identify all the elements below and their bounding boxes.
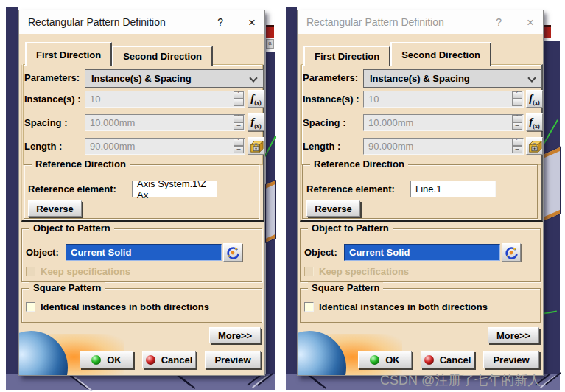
object-label: Object:: [304, 247, 337, 258]
more-button[interactable]: More>>: [209, 327, 261, 343]
cancel-button[interactable]: Cancel: [421, 351, 474, 368]
rectangular-pattern-dialog-second-direction: Rectangular Pattern Definition ? × First…: [297, 10, 544, 376]
parameters-label: Parameters:: [24, 72, 80, 83]
reverse-button[interactable]: Reverse: [306, 200, 360, 217]
screenshot-right: Rectangular Pattern Definition ? × First…: [283, 0, 565, 392]
parameters-dropdown-value: Instance(s) & Spacing: [91, 73, 192, 84]
parameters-dropdown-value: Instance(s) & Spacing: [370, 73, 470, 84]
reference-element-value: Axis System.1\Z Ax: [137, 178, 212, 200]
fx-icon: f(x): [250, 92, 261, 106]
length-spinner[interactable]: ´–: [234, 139, 244, 153]
length-value: 90.000mm: [368, 141, 413, 152]
reverse-label: Reverse: [315, 203, 352, 214]
tab-first-direction[interactable]: First Direction: [303, 46, 390, 66]
object-value: Current Solid: [71, 247, 131, 258]
cancel-label: Cancel: [440, 354, 471, 365]
identical-instances-checkbox[interactable]: [26, 302, 35, 312]
length-input[interactable]: 90.000mm ´–: [363, 138, 524, 155]
viewport-3d-part: [543, 147, 560, 221]
object-input[interactable]: Current Solid: [344, 244, 500, 261]
spacing-formula-button[interactable]: f(x): [248, 113, 264, 131]
spacing-label: Spacing :: [24, 117, 68, 128]
spacing-label: Spacing :: [303, 117, 346, 128]
length-input[interactable]: 90.000mm ´–: [85, 138, 245, 155]
tab-first-direction[interactable]: First Direction: [25, 42, 112, 66]
length-spinner[interactable]: ´–: [512, 139, 522, 153]
dialog-titlebar[interactable]: Rectangular Pattern Definition ? ×: [19, 10, 264, 34]
ok-label: OK: [107, 354, 122, 365]
preview-label: Preview: [214, 354, 250, 365]
identical-instances-label: Identical instances in both directions: [319, 301, 488, 312]
spinner-down-icon: –: [234, 122, 244, 130]
toolbar-icon-sliver: [544, 25, 551, 38]
object-label: Object:: [26, 247, 59, 258]
identical-instances-checkbox[interactable]: [304, 302, 314, 312]
help-button[interactable]: ?: [496, 16, 502, 28]
close-icon[interactable]: ×: [527, 16, 534, 29]
square-pattern-legend: Square Pattern: [29, 282, 105, 293]
spinner-down-icon: –: [512, 122, 522, 130]
dialog-titlebar[interactable]: Rectangular Pattern Definition ? ×: [298, 10, 543, 34]
spacing-spinner[interactable]: ´–: [234, 115, 244, 130]
reference-element-label: Reference element:: [28, 183, 116, 195]
instances-value: 10: [90, 94, 100, 105]
keep-specifications-label: Keep specifications: [319, 266, 409, 277]
instances-spinner[interactable]: ´–: [512, 91, 522, 106]
instances-input[interactable]: 10 ´–: [85, 91, 245, 108]
fx-icon: f(x): [529, 92, 539, 106]
object-selector-button[interactable]: [502, 243, 521, 262]
close-icon[interactable]: ×: [248, 16, 256, 29]
reference-element-input[interactable]: Line.1: [410, 181, 496, 197]
length-lock-button[interactable]: [526, 137, 543, 155]
spacing-formula-button[interactable]: f(x): [526, 113, 543, 131]
chevron-down-icon: [527, 74, 536, 82]
parameters-dropdown[interactable]: Instance(s) & Spacing: [363, 69, 542, 88]
reference-element-input[interactable]: Axis System.1\Z Ax: [132, 181, 217, 197]
instances-label: Instance(s) :: [24, 94, 81, 105]
cancel-button[interactable]: Cancel: [142, 351, 196, 368]
length-lock-button[interactable]: [248, 137, 264, 155]
instances-formula-button[interactable]: f(x): [526, 90, 543, 108]
parameters-dropdown[interactable]: Instance(s) & Spacing: [85, 69, 264, 88]
instances-value: 10: [368, 94, 379, 105]
reverse-button[interactable]: Reverse: [28, 200, 82, 217]
help-button[interactable]: ?: [217, 16, 223, 28]
viewport-ground: [6, 374, 275, 390]
spacing-input[interactable]: 10.000mm ´–: [363, 114, 524, 131]
ok-button[interactable]: OK: [358, 351, 412, 368]
ok-status-icon: [91, 355, 101, 365]
object-to-pattern-legend: Object to Pattern: [29, 223, 114, 234]
tab-second-direction[interactable]: Second Direction: [390, 42, 491, 66]
spinner-down-icon: –: [512, 146, 522, 153]
csdn-watermark: CSDN @注册了七年的新人: [380, 371, 541, 389]
instances-formula-button[interactable]: f(x): [248, 90, 264, 108]
spacing-input[interactable]: 10.000mm ´–: [85, 114, 245, 131]
dialog-title: Rectangular Pattern Definition: [28, 16, 217, 28]
instances-input[interactable]: 10 ´–: [363, 91, 524, 108]
ok-label: OK: [385, 354, 400, 365]
preview-button[interactable]: Preview: [205, 351, 261, 368]
more-label: More>>: [496, 330, 530, 341]
ok-status-icon: [370, 355, 379, 365]
spinner-down-icon: –: [234, 146, 244, 153]
selector-icon: [226, 246, 239, 259]
tab-second-direction[interactable]: Second Direction: [112, 46, 213, 66]
rectangular-pattern-dialog-first-direction: Rectangular Pattern Definition ? × First…: [18, 10, 265, 376]
spacing-value: 10.000mm: [90, 117, 135, 128]
preview-button[interactable]: Preview: [483, 351, 539, 368]
length-label: Length :: [303, 141, 340, 152]
object-selector-button[interactable]: [223, 243, 242, 262]
more-button[interactable]: More>>: [488, 327, 539, 343]
ok-button[interactable]: OK: [80, 351, 133, 368]
keep-specifications-checkbox: [26, 267, 35, 276]
spacing-spinner[interactable]: ´–: [512, 115, 522, 130]
instances-spinner[interactable]: ´–: [234, 91, 244, 106]
toolbar-icon-sliver: a: [266, 39, 274, 49]
fx-icon: f(x): [250, 116, 261, 130]
direction-tabs: First Direction Second Direction: [303, 43, 491, 66]
cancel-status-icon: [146, 355, 155, 365]
parameters-label: Parameters:: [303, 72, 358, 83]
object-input[interactable]: Current Solid: [66, 244, 222, 261]
lock-icon: [249, 139, 264, 153]
length-value: 90.000mm: [90, 141, 135, 152]
